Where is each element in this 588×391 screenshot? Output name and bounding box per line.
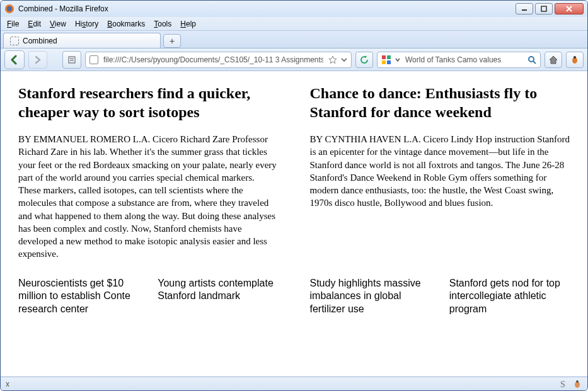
menu-file[interactable]: File <box>7 20 19 28</box>
statusbar: x S <box>1 377 587 390</box>
search-input[interactable] <box>404 55 524 65</box>
search-bar[interactable] <box>377 52 541 68</box>
bug-icon <box>570 55 580 65</box>
star-icon[interactable] <box>328 55 337 64</box>
tabstrip: Combined + <box>1 31 587 48</box>
dropdown-icon[interactable] <box>395 57 400 62</box>
svg-rect-11 <box>382 60 386 64</box>
svg-point-13 <box>529 57 534 62</box>
menu-view[interactable]: View <box>50 20 66 28</box>
menu-tools[interactable]: Tools <box>154 20 171 28</box>
new-tab-button[interactable]: + <box>163 34 181 48</box>
tab-label: Combined <box>23 37 57 45</box>
google-icon <box>381 55 391 65</box>
back-button[interactable] <box>4 50 25 69</box>
sub-headline-b: Young artists contemplate Stanford landm… <box>158 277 278 316</box>
home-icon <box>548 55 558 65</box>
svg-point-1 <box>7 6 12 11</box>
url-input[interactable] <box>102 55 325 65</box>
menu-help[interactable]: Help <box>180 20 196 28</box>
sub-headline-a: Neuroscientists get $10 million to estab… <box>18 277 139 316</box>
titlebar[interactable]: Combined - Mozilla Firefox <box>1 1 587 17</box>
article-right: Chance to dance: Enthusiasts fly to Stan… <box>310 84 570 261</box>
article-left: Stanford researchers find a quicker, che… <box>18 84 279 261</box>
search-icon[interactable] <box>527 55 536 64</box>
menu-history[interactable]: History <box>75 20 98 28</box>
browser-window: Combined - Mozilla Firefox File Edit Vie… <box>0 0 588 391</box>
recent-pages-button[interactable] <box>62 51 81 69</box>
body-left: BY EMMANUEL ROMERO L.A. Cicero Richard Z… <box>18 133 279 261</box>
svg-rect-9 <box>382 55 386 59</box>
forward-button[interactable] <box>28 51 47 69</box>
firebug-button[interactable] <box>566 52 584 68</box>
close-button[interactable] <box>555 3 584 14</box>
body-right: BY CYNTHIA HAVEN L.A. Cicero Lindy Hop i… <box>310 133 570 210</box>
firebug-status-icon[interactable] <box>572 379 582 389</box>
svg-line-14 <box>533 61 536 64</box>
toolbar <box>1 48 587 71</box>
svg-point-16 <box>574 56 576 59</box>
menu-bookmarks[interactable]: Bookmarks <box>107 20 145 28</box>
headline-right: Chance to dance: Enthusiasts fly to Stan… <box>310 84 570 122</box>
svg-rect-10 <box>387 55 391 59</box>
sub-headline-d: Stanford gets nod for top intercollegiat… <box>449 277 570 316</box>
reload-icon <box>360 55 369 64</box>
tab-combined[interactable]: Combined <box>3 33 161 48</box>
menubar: File Edit View History Bookmarks Tools H… <box>1 17 587 31</box>
menu-edit[interactable]: Edit <box>28 20 41 28</box>
status-text: x <box>6 380 9 388</box>
svg-text:S: S <box>560 380 565 389</box>
firefox-icon <box>4 4 14 14</box>
minimize-button[interactable] <box>516 3 533 14</box>
sub-headline-c: Study highlights massive imbalances in g… <box>310 277 430 316</box>
home-button[interactable] <box>545 52 562 68</box>
window-title: Combined - Mozilla Firefox <box>18 4 108 13</box>
dropdown-icon[interactable] <box>341 57 347 63</box>
arrow-right-icon <box>33 55 42 64</box>
maximize-button[interactable] <box>535 3 553 14</box>
reload-button[interactable] <box>355 52 373 68</box>
url-bar[interactable] <box>85 52 352 68</box>
document-icon <box>89 55 98 64</box>
page-icon <box>10 37 19 45</box>
s-status-icon[interactable]: S <box>558 379 568 389</box>
svg-point-19 <box>576 380 579 383</box>
list-icon <box>67 55 76 64</box>
arrow-left-icon <box>9 55 20 65</box>
svg-rect-12 <box>387 60 391 64</box>
page-content: Stanford researchers find a quicker, che… <box>1 71 587 377</box>
svg-rect-6 <box>69 57 75 63</box>
svg-rect-3 <box>541 6 546 11</box>
headline-left: Stanford researchers find a quicker, che… <box>18 84 279 122</box>
